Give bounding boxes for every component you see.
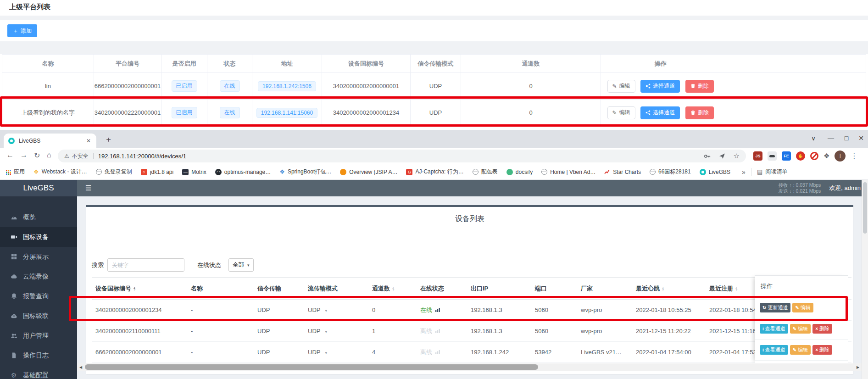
bandwidth-chart-icon[interactable]	[435, 307, 440, 312]
window-minimize-button[interactable]: —	[826, 134, 836, 142]
search-input[interactable]	[107, 258, 184, 272]
bookmark-star-charts[interactable]: Star Charts	[604, 169, 641, 175]
vertical-scrollbar-thumb[interactable]	[863, 182, 867, 234]
bookmark-apps[interactable]: 应用	[6, 168, 25, 176]
enabled-badge: 已启用	[172, 80, 197, 92]
cell-stream[interactable]: UDP▾	[304, 321, 368, 342]
hamburger-menu-icon[interactable]: ☰	[85, 184, 91, 192]
welcome-user-menu[interactable]: 欢迎, admin	[829, 184, 861, 192]
bookmark-springboot[interactable]: ❖SpringBoot打包…	[279, 168, 331, 176]
bookmark-optimus-manage[interactable]: ◠optimus-manage…	[215, 169, 271, 175]
cell-stream[interactable]: UDP▾	[304, 300, 368, 321]
reload-icon[interactable]: ↻	[34, 151, 40, 160]
sidebar-item-basic-config[interactable]: ⚙ 基础配置	[0, 365, 77, 379]
back-icon[interactable]: ←	[6, 151, 14, 159]
forward-icon[interactable]: →	[20, 151, 28, 159]
window-maximize-button[interactable]: □	[841, 134, 851, 142]
app-logo[interactable]: LiveGBS	[0, 180, 77, 196]
edit-button[interactable]: ✎ 编辑	[607, 106, 635, 119]
delete-button[interactable]: 删除	[685, 106, 714, 119]
col-last-heartbeat[interactable]: 最近心跳▴▾	[632, 278, 706, 300]
send-to-device-icon[interactable]	[719, 153, 725, 159]
sidebar-item-split-screen[interactable]: 分屏展示	[0, 247, 77, 267]
adblock-hand-icon[interactable]: ✋	[796, 151, 805, 161]
select-channel-button[interactable]: 选择通道	[640, 106, 680, 119]
browser-tab[interactable]: LiveGBS ✕	[4, 134, 96, 148]
delete-button[interactable]: 删除	[685, 80, 714, 93]
browser-menu-icon[interactable]: ⋮	[851, 152, 857, 160]
sidebar-item-alarm-query[interactable]: 报警查询	[0, 286, 77, 306]
sidebar-item-overview[interactable]: 概览	[0, 207, 77, 227]
col-device-gb-id[interactable]: 设备国标编号▴▾	[92, 278, 187, 300]
app-main-content: 设备列表 搜索 在线状态 全部 ▾ 设备国标编号▴▾ 名称 信令传输 流传	[77, 196, 862, 379]
fe-extension-icon[interactable]: FE	[782, 151, 791, 161]
globe-icon	[96, 169, 102, 175]
profile-avatar[interactable]: I	[835, 150, 846, 162]
horizontal-scrollbar-thumb[interactable]	[85, 364, 538, 370]
online-status-select[interactable]: 全部 ▾	[228, 258, 254, 272]
edit-button[interactable]: ✎ 编辑	[607, 80, 635, 93]
add-platform-button[interactable]: ＋ 添加	[7, 24, 37, 37]
cell-heartbeat: 2022-01-18 10:55:25	[632, 300, 706, 321]
url-text[interactable]: 192.168.1.141:20000/#/devices/1	[98, 153, 186, 160]
edit-button[interactable]: ✎编辑	[792, 303, 813, 312]
vertical-scrollbar[interactable]	[862, 180, 868, 379]
reading-list-button[interactable]: ▤阅读清单	[757, 168, 787, 176]
cell-gb-id: 34020000002110000111	[92, 321, 187, 342]
cell-signal: UDP	[254, 342, 304, 363]
toolbar: ＋ 添加	[0, 20, 868, 41]
tab-close-icon[interactable]: ✕	[85, 138, 92, 144]
view-channels-button[interactable]: i查看通道	[760, 324, 788, 334]
home-icon[interactable]: ⌂	[47, 151, 51, 159]
bookmark-star-icon[interactable]: ☆	[734, 152, 740, 160]
edit-button[interactable]: ✎编辑	[790, 324, 811, 334]
password-key-icon[interactable]	[704, 153, 711, 160]
bookmark-vben-admin[interactable]: Home | Vben Ad…	[541, 169, 595, 175]
incognito-extension-icon[interactable]	[768, 151, 777, 161]
sidebar-item-operation-log[interactable]: 操作日志	[0, 346, 77, 365]
bookmark-webstack[interactable]: ❖Webstack - 设计…	[33, 168, 87, 176]
bookmark-livegbs[interactable]: LiveGBS	[700, 169, 730, 175]
divider	[0, 16, 868, 20]
bookmark-motrix[interactable]: —Motrix	[182, 169, 206, 175]
col-channels[interactable]: 通道数▴▾	[368, 278, 417, 300]
bookmark-overview-jsip[interactable]: Overview (JSIP A…	[340, 169, 397, 175]
not-secure-warning-icon[interactable]: ⚠	[64, 153, 69, 159]
device-row-highlighted: 34020000002000001234 - UDP UDP▾ 0 在线 192…	[92, 300, 851, 321]
bookmark-aj-captcha[interactable]: GAJ-Captcha: 行为…	[406, 168, 463, 176]
sidebar-item-user-management[interactable]: 用户管理	[0, 326, 77, 346]
sidebar-item-gb-devices[interactable]: 国标设备	[0, 227, 77, 247]
puzzle-extensions-icon[interactable]: ❖	[823, 152, 829, 160]
horizontal-scrollbar[interactable]: ◀ ▶	[77, 363, 862, 371]
sidebar-item-cloud-record[interactable]: 云端录像	[0, 267, 77, 286]
sidebar-item-gb-cascade[interactable]: 国标级联	[0, 306, 77, 326]
delete-button[interactable]: ×删除	[812, 324, 832, 334]
delete-button[interactable]: ×删除	[812, 345, 832, 355]
edit-button[interactable]: ✎编辑	[790, 345, 811, 355]
bookmark-jdk-api[interactable]: ○jdk1.8 api	[141, 169, 173, 175]
scroll-right-icon[interactable]: ▶	[854, 363, 862, 371]
not-secure-label[interactable]: 不安全	[72, 152, 89, 160]
gear-icon: ⚙	[10, 372, 17, 379]
blocker-extension-icon[interactable]	[810, 152, 818, 160]
window-close-button[interactable]: ✕	[856, 134, 866, 142]
apps-grid-icon	[6, 169, 11, 175]
tab-search-chevron-icon[interactable]: ∨	[808, 134, 818, 142]
col-port[interactable]: 端口	[531, 278, 577, 300]
js-extension-icon[interactable]: JS	[753, 151, 762, 161]
bookmark-gb28181[interactable]: 66国标28181	[650, 168, 691, 176]
github-icon: ◠	[215, 169, 222, 175]
bookmarks-overflow-icon[interactable]: »	[742, 168, 746, 176]
bookmark-color-table[interactable]: 配色表	[473, 168, 498, 176]
cell-port: 5060	[531, 321, 577, 342]
device-list-card: 设备列表 搜索 在线状态 全部 ▾ 设备国标编号▴▾ 名称 信令传输 流传	[86, 205, 853, 374]
refresh-channels-button[interactable]: ↻更新通道	[760, 303, 790, 312]
new-tab-button[interactable]: ＋	[105, 135, 112, 143]
bookmark-docsify[interactable]: docsify	[506, 169, 533, 175]
bookmark-copy-free[interactable]: 免登录复制	[96, 168, 132, 176]
view-channels-button[interactable]: i查看通道	[760, 345, 788, 355]
select-channel-button[interactable]: 选择通道	[640, 80, 680, 93]
scroll-left-icon[interactable]: ◀	[77, 363, 84, 371]
cell-stream[interactable]: UDP▾	[304, 342, 368, 363]
address-bar[interactable]: ⚠ 不安全 192.168.1.141:20000/#/devices/1 ☆	[58, 150, 746, 162]
